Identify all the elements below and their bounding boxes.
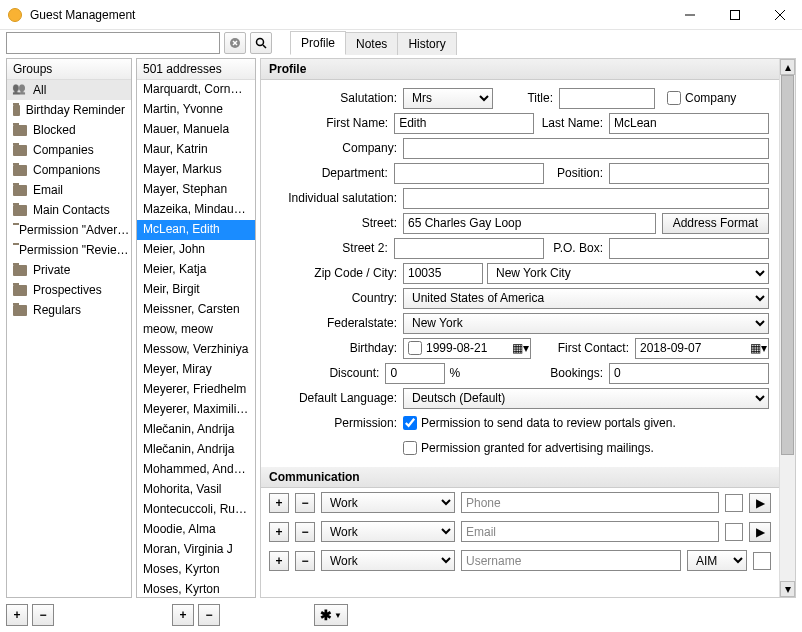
calendar-icon[interactable]: ▦▾ [512,341,526,355]
add-comm-button[interactable]: + [269,493,289,513]
comm-checkbox[interactable] [753,552,771,570]
permission-advertising-checkbox[interactable] [403,441,417,455]
search-input[interactable] [6,32,220,54]
address-item[interactable]: Meyerer, Friedhelm [137,380,255,400]
permission-review-checkbox[interactable] [403,416,417,430]
remove-comm-button[interactable]: − [295,493,315,513]
group-item[interactable]: Companies [7,140,131,160]
address-item[interactable]: Mayer, Stephan [137,180,255,200]
add-group-button[interactable]: + [6,604,28,626]
lastname-input[interactable] [609,113,769,134]
language-select[interactable]: Deutsch (Default) [403,388,769,409]
zip-input[interactable] [403,263,483,284]
address-item[interactable]: Mohammed, Andr… [137,460,255,480]
address-item[interactable]: Mazeika, Mindaugas [137,200,255,220]
address-item[interactable]: Moses, Kyrton [137,560,255,580]
maximize-button[interactable] [712,0,757,30]
address-item[interactable]: meow, meow [137,320,255,340]
address-item[interactable]: Montecuccoli, Rud… [137,500,255,520]
remove-group-button[interactable]: − [32,604,54,626]
company-input[interactable] [403,138,769,159]
search-button[interactable] [250,32,272,54]
group-item[interactable]: Blocked [7,120,131,140]
comm-service-select[interactable]: AIM [687,550,747,571]
tab-notes[interactable]: Notes [345,32,398,55]
comm-action-button[interactable]: ▶ [749,522,771,542]
comm-value-input[interactable] [461,492,719,513]
firstcontact-field[interactable]: 2018-09-07 ▦▾ [635,338,769,359]
comm-action-button[interactable]: ▶ [749,493,771,513]
address-item[interactable]: Meier, Katja [137,260,255,280]
scroll-up-button[interactable]: ▴ [780,59,795,75]
group-item[interactable]: Permission "Adver… [7,220,131,240]
address-item[interactable]: Mauer, Manuela [137,120,255,140]
address-item[interactable]: Moran, Virginia J [137,540,255,560]
birthday-checkbox[interactable] [408,341,422,355]
address-item[interactable]: Meissner, Carsten [137,300,255,320]
title-input[interactable] [559,88,655,109]
group-item[interactable]: Main Contacts [7,200,131,220]
tab-profile[interactable]: Profile [290,31,346,55]
address-item[interactable]: Messow, Verzhiniya [137,340,255,360]
firstname-input[interactable] [394,113,534,134]
group-item[interactable]: Email [7,180,131,200]
add-address-button[interactable]: + [172,604,194,626]
groups-list[interactable]: AllBirthday ReminderBlockedCompaniesComp… [7,80,131,597]
pobox-input[interactable] [609,238,769,259]
group-item[interactable]: Regulars [7,300,131,320]
comm-checkbox[interactable] [725,523,743,541]
address-item[interactable]: Mlečanin, Andrija [137,440,255,460]
position-input[interactable] [609,163,769,184]
comm-value-input[interactable] [461,521,719,542]
address-item[interactable]: Mayer, Markus [137,160,255,180]
address-item[interactable]: Meyerer, Maximili… [137,400,255,420]
address-item[interactable]: Maur, Katrin [137,140,255,160]
street-input[interactable] [403,213,656,234]
address-item[interactable]: Mohorita, Vasil [137,480,255,500]
address-item[interactable]: Meier, John [137,240,255,260]
add-comm-button[interactable]: + [269,551,289,571]
settings-menu-button[interactable]: ✱▼ [314,604,348,626]
address-item[interactable]: Mlečanin, Andrija [137,420,255,440]
comm-type-select[interactable]: Work [321,521,455,542]
group-item[interactable]: Private [7,260,131,280]
scroll-down-button[interactable]: ▾ [780,581,795,597]
individual-salutation-input[interactable] [403,188,769,209]
birthday-field[interactable]: 1999-08-21 ▦▾ [403,338,531,359]
tab-history[interactable]: History [397,32,456,55]
salutation-select[interactable]: Mrs [403,88,493,109]
remove-comm-button[interactable]: − [295,551,315,571]
group-item[interactable]: Birthday Reminder [7,100,131,120]
address-item[interactable]: Meyer, Miray [137,360,255,380]
group-item[interactable]: Companions [7,160,131,180]
street2-input[interactable] [394,238,544,259]
discount-input[interactable] [385,363,445,384]
state-select[interactable]: New York [403,313,769,334]
calendar-icon[interactable]: ▦▾ [750,341,764,355]
address-item[interactable]: Moodie, Alma [137,520,255,540]
minimize-button[interactable] [667,0,712,30]
remove-address-button[interactable]: − [198,604,220,626]
clear-search-button[interactable] [224,32,246,54]
department-input[interactable] [394,163,544,184]
address-item[interactable]: Moses, Kyrton [137,580,255,597]
group-item[interactable]: Permission "Revie… [7,240,131,260]
scroll-thumb[interactable] [781,75,794,455]
comm-value-input[interactable] [461,550,681,571]
address-format-button[interactable]: Address Format [662,213,769,234]
group-item[interactable]: All [7,80,131,100]
comm-type-select[interactable]: Work [321,492,455,513]
bookings-input[interactable] [609,363,769,384]
comm-type-select[interactable]: Work [321,550,455,571]
close-button[interactable] [757,0,802,30]
address-item[interactable]: Marquardt, Cornelia [137,80,255,100]
content-scrollbar[interactable]: ▴ ▾ [779,59,795,597]
country-select[interactable]: United States of America [403,288,769,309]
address-item[interactable]: McLean, Edith [137,220,255,240]
add-comm-button[interactable]: + [269,522,289,542]
remove-comm-button[interactable]: − [295,522,315,542]
address-item[interactable]: Martin, Yvonne [137,100,255,120]
address-list[interactable]: Marquardt, CorneliaMartin, YvonneMauer, … [137,80,255,597]
comm-checkbox[interactable] [725,494,743,512]
city-select[interactable]: New York City [487,263,769,284]
